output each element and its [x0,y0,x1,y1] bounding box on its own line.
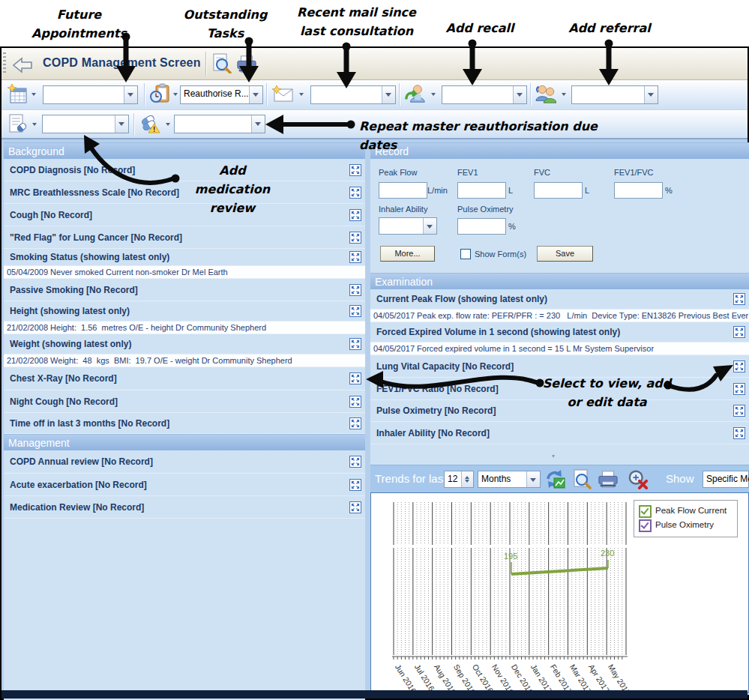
new-mail-icon[interactable] [272,84,293,105]
trends-unit-combo[interactable]: Months [478,471,541,488]
recall-combo[interactable] [442,85,527,104]
expand-icon[interactable] [349,456,361,468]
show-forms-checkbox[interactable] [460,249,471,259]
spinner-buttons[interactable] [461,471,473,487]
list-item-acute-exacerbation[interactable]: Acute exacerbation [No Record] [4,474,365,496]
expand-icon[interactable] [733,405,745,417]
list-item-chest-xray[interactable]: Chest X-Ray [No Record] [4,367,365,390]
list-item-passive-smoking[interactable]: Passive Smoking [No Record] [4,279,365,301]
splitter-caret-icon[interactable]: ▾ [552,453,555,459]
splitter[interactable]: ▾ [370,444,749,465]
referral-menu-caret[interactable] [562,93,566,98]
fev1-fvc-input[interactable] [614,182,663,199]
pulse-oximetry-input[interactable] [457,218,506,235]
record-height[interactable]: 21/02/2008 Height: 1.56 metres O/E - hei… [4,322,365,334]
dropdown-button[interactable] [249,86,262,103]
list-item-time-off[interactable]: Time off in last 3 months [No Record] [4,413,365,434]
list-item-smoking-status[interactable]: Smoking Status (showing latest only) [4,249,365,266]
title-bar: COPD Management Screen [1,48,748,80]
dropdown-button[interactable] [423,218,436,234]
legend-item-pulse-oximetry[interactable]: Pulse Oximetry [639,519,733,533]
expand-icon[interactable] [349,417,361,429]
expand-icon[interactable] [349,164,361,176]
add-referral-icon[interactable] [535,83,556,104]
expand-icon[interactable] [349,187,361,199]
recall-menu-caret[interactable] [431,93,436,98]
list-item-current-peak-flow[interactable]: Current Peak Flow (showing latest only) [370,289,749,310]
expand-icon[interactable] [349,338,361,350]
list-item-fev1[interactable]: Forced Expired Volume in 1 second (showi… [370,322,749,343]
mail-combo[interactable] [310,85,396,104]
dropdown-button[interactable] [251,115,265,133]
tasks-icon[interactable] [150,83,171,104]
expand-icon[interactable] [733,326,745,338]
toolbar-row-1: Reauthorise R... [1,80,748,110]
reauthorisation-warning-icon[interactable] [139,112,160,133]
print-chart-icon[interactable] [598,469,619,490]
dropdown-button[interactable] [124,86,137,103]
expand-icon[interactable] [349,372,361,384]
expand-icon[interactable] [349,305,361,317]
add-recall-icon[interactable] [405,83,426,104]
record-smoking-status[interactable]: 05/04/2009 Never smoked Current non-smok… [4,266,365,279]
referral-combo[interactable] [571,85,658,104]
annotation-add-medication-review: Add medication review [180,162,285,217]
list-item-weight[interactable]: Weight (showing latest only) [4,334,365,354]
toolbar-grip[interactable] [3,52,6,75]
new-appointment-icon[interactable] [7,84,28,105]
trends-period-spinner[interactable]: 12 [444,471,474,488]
legend-checkbox-pulse-oximetry[interactable] [639,519,652,532]
clear-zoom-icon[interactable] [628,468,649,489]
inhaler-ability-combo[interactable] [379,217,437,235]
refresh-chart-icon[interactable] [544,468,565,489]
dropdown-button[interactable] [115,115,128,133]
dropdown-button[interactable] [513,86,526,103]
list-item-night-cough[interactable]: Night Cough [No Record] [4,390,365,413]
list-item-height[interactable]: Height (showing latest only) [4,301,365,322]
expand-icon[interactable] [349,232,361,244]
record-weight[interactable]: 21/02/2008 Weight: 48 kgs BMI: 19.7 O/E … [4,354,365,367]
mail-menu-caret[interactable] [299,93,304,98]
reauth-menu-caret[interactable] [166,123,170,128]
expand-icon[interactable] [349,284,361,296]
save-button[interactable]: Save [537,246,593,262]
list-item-red-flag[interactable]: "Red Flag" for Lung Cancer [No Record] [4,226,365,249]
dropdown-button[interactable] [382,86,395,103]
medication-menu-caret[interactable] [32,123,37,128]
expand-icon[interactable] [349,479,361,491]
dropdown-button[interactable] [644,86,658,103]
reauthorise-combo[interactable]: Reauthorise R... [180,85,263,104]
appointment-menu-caret[interactable] [31,93,36,98]
tasks-menu-caret[interactable] [173,93,178,98]
fvc-input[interactable] [534,182,583,199]
list-item-medication-review[interactable]: Medication Review [No Record] [4,496,365,519]
expand-icon[interactable] [733,360,745,372]
list-item-annual-review[interactable]: COPD Annual review [No Record] [4,450,365,474]
fev1-input[interactable] [457,182,506,199]
record-fev1[interactable]: 04/05/2017 Forced expired volume in 1 se… [370,343,749,355]
expand-icon[interactable] [733,293,745,305]
peak-flow-input[interactable] [379,182,427,199]
list-item-inhaler-ability[interactable]: Inhaler Ability [No Record] [370,422,749,444]
medication-review-combo[interactable] [42,115,129,133]
dropdown-button[interactable] [526,471,540,487]
medication-review-icon[interactable] [7,113,28,134]
expand-icon[interactable] [349,251,361,263]
expand-icon[interactable] [733,427,745,439]
expand-icon[interactable] [349,396,361,408]
legend-checkbox-peak-flow[interactable] [639,505,652,518]
trends-chart[interactable]: Jun 2016Jul 2016Aug 2016Sep 2016Oct 2016… [370,492,749,693]
print-icon[interactable] [236,54,257,75]
show-filter-combo[interactable]: Specific Med [703,471,749,488]
appointments-combo[interactable] [43,85,138,104]
back-icon[interactable] [12,55,33,76]
expand-icon[interactable] [733,383,745,395]
print-preview-icon[interactable] [211,52,232,73]
record-current-peak-flow[interactable]: 04/05/2017 Peak exp. flow rate: PEFR/PFR… [370,310,749,322]
more-button[interactable]: More... [380,246,435,262]
reauth-due-combo[interactable] [174,115,265,133]
expand-icon[interactable] [349,209,361,221]
legend-item-peak-flow[interactable]: Peak Flow Current [639,504,733,519]
expand-icon[interactable] [349,501,361,513]
preview-chart-icon[interactable] [571,468,592,489]
